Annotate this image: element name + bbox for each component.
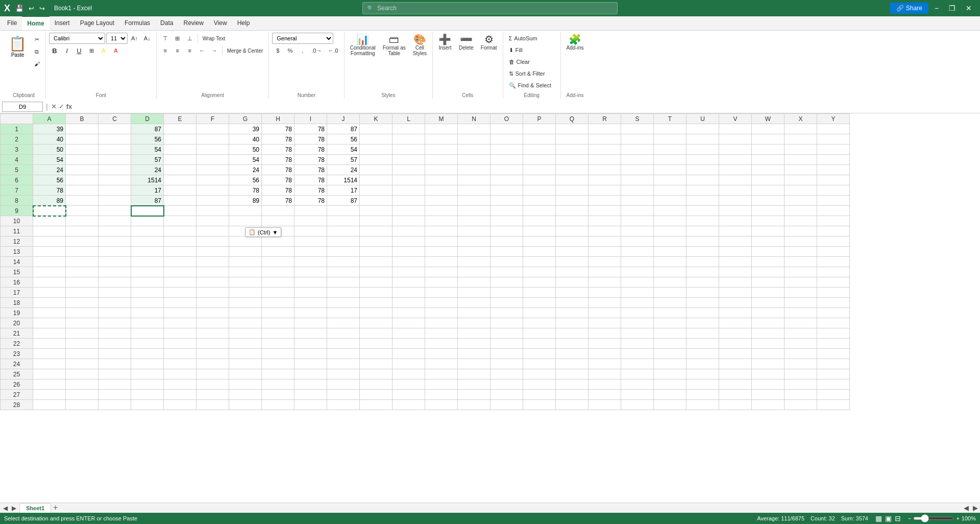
scroll-left-button[interactable]: ◀	[2, 505, 9, 512]
cell-S22[interactable]	[621, 339, 654, 349]
cell-J8[interactable]: 87	[327, 196, 360, 206]
cell-E5[interactable]	[164, 165, 197, 175]
cell-B2[interactable]	[66, 134, 99, 145]
addins-button[interactable]: 🧩 Add-ins	[564, 33, 586, 52]
cell-H21[interactable]	[262, 328, 295, 339]
cell-H13[interactable]	[262, 247, 295, 257]
cell-J15[interactable]	[327, 267, 360, 277]
cell-E12[interactable]	[164, 236, 197, 247]
cell-I16[interactable]	[295, 277, 327, 288]
cell-V16[interactable]	[719, 277, 752, 288]
cell-G14[interactable]	[229, 257, 262, 267]
cell-M16[interactable]	[425, 277, 458, 288]
cell-Q19[interactable]	[556, 308, 589, 318]
cell-X14[interactable]	[785, 257, 817, 267]
sheet-tab-sheet1[interactable]: Sheet1	[19, 503, 51, 513]
cell-Q13[interactable]	[556, 247, 589, 257]
cell-B27[interactable]	[66, 390, 99, 400]
mid-align-button[interactable]: ⊞	[172, 33, 183, 44]
cell-C28[interactable]	[99, 400, 131, 410]
cell-K4[interactable]	[360, 155, 393, 165]
cell-R15[interactable]	[589, 267, 621, 277]
cell-W10[interactable]	[752, 216, 785, 226]
cell-C5[interactable]	[99, 165, 131, 175]
sheet-scroll-area[interactable]: A B C D E F G H I J K L M N O	[0, 113, 980, 503]
bottom-align-button[interactable]: ⊥	[184, 33, 195, 44]
cell-V6[interactable]	[719, 175, 752, 185]
cell-T18[interactable]	[654, 298, 687, 308]
cell-E28[interactable]	[164, 400, 197, 410]
cell-O14[interactable]	[491, 257, 523, 267]
cell-A19[interactable]	[33, 308, 66, 318]
cell-P6[interactable]	[523, 175, 556, 185]
cell-N6[interactable]	[458, 175, 491, 185]
cell-X19[interactable]	[785, 308, 817, 318]
cell-H22[interactable]	[262, 339, 295, 349]
cell-L12[interactable]	[393, 236, 425, 247]
cell-S7[interactable]	[621, 185, 654, 196]
cell-I5[interactable]: 78	[295, 165, 327, 175]
cell-W12[interactable]	[752, 236, 785, 247]
cell-I22[interactable]	[295, 339, 327, 349]
cell-L25[interactable]	[393, 369, 425, 379]
cell-D10[interactable]	[131, 216, 164, 226]
cell-M4[interactable]	[425, 155, 458, 165]
cell-U1[interactable]	[687, 124, 719, 134]
cell-X13[interactable]	[785, 247, 817, 257]
cell-C13[interactable]	[99, 247, 131, 257]
cell-C11[interactable]	[99, 226, 131, 236]
cell-T12[interactable]	[654, 236, 687, 247]
cell-N9[interactable]	[458, 206, 491, 216]
cell-M11[interactable]	[425, 226, 458, 236]
cell-H26[interactable]	[262, 379, 295, 390]
top-align-button[interactable]: ⊤	[160, 33, 171, 44]
cell-X5[interactable]	[785, 165, 817, 175]
cell-V1[interactable]	[719, 124, 752, 134]
cell-V15[interactable]	[719, 267, 752, 277]
cell-U22[interactable]	[687, 339, 719, 349]
cell-H23[interactable]	[262, 349, 295, 359]
cell-L18[interactable]	[393, 298, 425, 308]
cell-D13[interactable]	[131, 247, 164, 257]
cell-L2[interactable]	[393, 134, 425, 145]
cell-M9[interactable]	[425, 206, 458, 216]
cell-S24[interactable]	[621, 359, 654, 369]
add-sheet-button[interactable]: +	[51, 504, 60, 512]
cell-B1[interactable]	[66, 124, 99, 134]
cell-M13[interactable]	[425, 247, 458, 257]
cell-Y20[interactable]	[817, 318, 850, 328]
tab-page-layout[interactable]: Page Layout	[75, 16, 119, 30]
cell-I2[interactable]: 78	[295, 134, 327, 145]
col-header-V[interactable]: V	[719, 114, 752, 124]
cancel-formula-icon[interactable]: ✕	[51, 103, 57, 110]
sort-filter-button[interactable]: ⇅ Sort & Filter	[506, 68, 557, 79]
cell-H4[interactable]: 78	[262, 155, 295, 165]
cell-R20[interactable]	[589, 318, 621, 328]
cell-Q14[interactable]	[556, 257, 589, 267]
cell-L23[interactable]	[393, 349, 425, 359]
cell-Y12[interactable]	[817, 236, 850, 247]
cell-P13[interactable]	[523, 247, 556, 257]
cell-S12[interactable]	[621, 236, 654, 247]
col-header-R[interactable]: R	[589, 114, 621, 124]
restore-button[interactable]: ❐	[945, 2, 960, 14]
cell-F19[interactable]	[197, 308, 229, 318]
cell-Q2[interactable]	[556, 134, 589, 145]
cell-L1[interactable]	[393, 124, 425, 134]
cell-Y28[interactable]	[817, 400, 850, 410]
cell-T25[interactable]	[654, 369, 687, 379]
cell-W18[interactable]	[752, 298, 785, 308]
cell-O19[interactable]	[491, 308, 523, 318]
cell-I14[interactable]	[295, 257, 327, 267]
cell-J2[interactable]: 56	[327, 134, 360, 145]
cell-F13[interactable]	[197, 247, 229, 257]
cell-D17[interactable]	[131, 288, 164, 298]
cell-S6[interactable]	[621, 175, 654, 185]
search-bar[interactable]: 🔍 Search	[362, 2, 618, 14]
cell-B8[interactable]	[66, 196, 99, 206]
cell-K23[interactable]	[360, 349, 393, 359]
underline-button[interactable]: U	[74, 45, 85, 56]
cell-Y18[interactable]	[817, 298, 850, 308]
cell-B15[interactable]	[66, 267, 99, 277]
cell-H3[interactable]: 78	[262, 145, 295, 155]
